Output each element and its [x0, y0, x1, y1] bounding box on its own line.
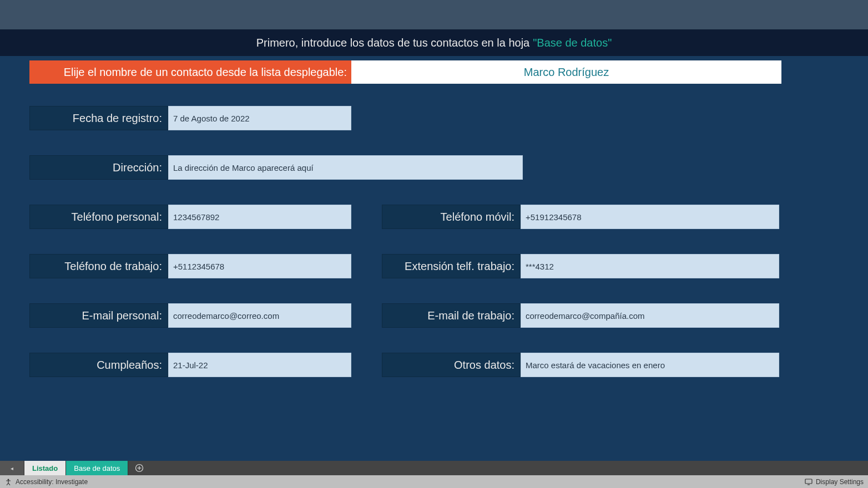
- svg-rect-4: [805, 479, 812, 484]
- accessibility-text[interactable]: Accessibility: Investigate: [16, 478, 88, 486]
- value-registro[interactable]: 7 de Agosto de 2022: [168, 106, 351, 130]
- tab-base-de-datos[interactable]: Base de datos: [66, 461, 128, 475]
- bottom-bar: ◂ Listado Base de datos Accessibility: I…: [0, 461, 868, 488]
- label-tel-personal: Teléfono personal:: [29, 205, 168, 229]
- label-ext-trabajo: Extensión telf. trabajo:: [382, 254, 521, 278]
- value-email-personal[interactable]: correodemarco@correo.com: [168, 303, 351, 328]
- field-otros: Otros datos: Marco estará de vacaciones …: [382, 353, 779, 377]
- field-tel-movil: Teléfono móvil: +51912345678: [382, 205, 779, 229]
- field-email-personal: E-mail personal: correodemarco@correo.co…: [29, 303, 351, 328]
- status-right: Display Settings: [805, 478, 864, 486]
- display-settings-text[interactable]: Display Settings: [816, 478, 864, 486]
- value-ext-trabajo[interactable]: ***4312: [521, 254, 779, 278]
- label-email-trabajo: E-mail de trabajo:: [382, 303, 521, 328]
- field-tel-personal: Teléfono personal: 1234567892: [29, 205, 351, 229]
- sheet-tabs: ◂ Listado Base de datos: [0, 461, 868, 475]
- label-email-personal: E-mail personal:: [29, 303, 168, 328]
- label-otros: Otros datos:: [382, 353, 521, 377]
- value-tel-movil[interactable]: +51912345678: [521, 205, 779, 229]
- value-cumple[interactable]: 21-Jul-22: [168, 353, 351, 377]
- label-cumple: Cumpleaños:: [29, 353, 168, 377]
- banner-highlight: "Base de datos": [533, 37, 612, 49]
- plus-circle-icon: [135, 464, 144, 472]
- contact-selector-row: Elije el nombre de un contacto desde la …: [29, 60, 781, 84]
- status-left: Accessibility: Investigate: [4, 478, 88, 486]
- fields-grid: Fecha de registro: 7 de Agosto de 2022 D…: [29, 106, 864, 377]
- status-bar: Accessibility: Investigate Display Setti…: [0, 475, 868, 488]
- field-ext-trabajo: Extensión telf. trabajo: ***4312: [382, 254, 779, 278]
- value-email-trabajo[interactable]: correodemarco@compañía.com: [521, 303, 779, 328]
- top-margin: [0, 0, 868, 29]
- field-cumple: Cumpleaños: 21-Jul-22: [29, 353, 351, 377]
- banner-text: Primero, introduce los datos de tus cont…: [256, 37, 530, 49]
- display-settings-icon: [805, 478, 813, 486]
- value-direccion[interactable]: La dirección de Marco aparecerá aquí: [168, 155, 523, 180]
- label-tel-trabajo: Teléfono de trabajo:: [29, 254, 168, 278]
- add-sheet-button[interactable]: [128, 461, 150, 475]
- value-tel-personal[interactable]: 1234567892: [168, 205, 351, 229]
- accessibility-icon: [4, 478, 12, 486]
- tab-scroll-handle[interactable]: ◂: [0, 461, 24, 475]
- instruction-banner: Primero, introduce los datos de tus cont…: [0, 29, 868, 56]
- tab-listado[interactable]: Listado: [24, 461, 66, 475]
- content-area: Elije el nombre de un contacto desde la …: [0, 56, 868, 461]
- value-tel-trabajo[interactable]: +5112345678: [168, 254, 351, 278]
- label-tel-movil: Teléfono móvil:: [382, 205, 521, 229]
- contact-selector-label: Elije el nombre de un contacto desde la …: [29, 60, 351, 84]
- label-registro: Fecha de registro:: [29, 106, 168, 130]
- svg-point-3: [8, 479, 9, 480]
- contact-selector-dropdown[interactable]: Marco Rodríguez: [351, 60, 781, 84]
- field-registro: Fecha de registro: 7 de Agosto de 2022: [29, 106, 351, 130]
- label-direccion: Dirección:: [29, 155, 168, 180]
- value-otros[interactable]: Marco estará de vacaciones en enero: [521, 353, 779, 377]
- field-tel-trabajo: Teléfono de trabajo: +5112345678: [29, 254, 351, 278]
- field-direccion: Dirección: La dirección de Marco aparece…: [29, 155, 523, 180]
- field-email-trabajo: E-mail de trabajo: correodemarco@compañí…: [382, 303, 779, 328]
